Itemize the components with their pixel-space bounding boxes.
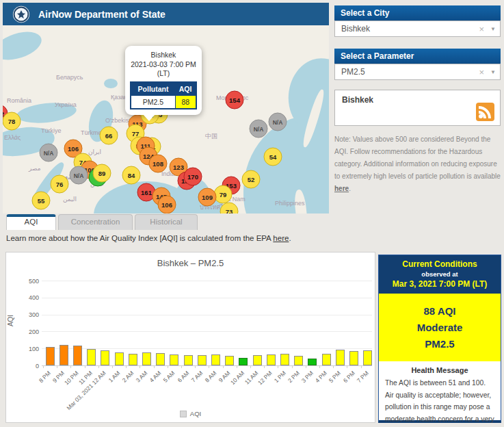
x-tick-label: 11 AM xyxy=(243,370,259,386)
aqi-bar xyxy=(142,352,151,365)
tab-bar: AQIConcentrationHistorical xyxy=(6,214,198,230)
popup-tail xyxy=(143,114,155,121)
aqi-bar xyxy=(59,345,68,365)
aqi-map-marker[interactable]: 170 xyxy=(184,168,202,186)
aqi-value: 88 AQI xyxy=(379,303,501,320)
gridline xyxy=(42,331,372,332)
x-tick-label: 10 PM xyxy=(63,370,79,386)
observed-datetime: Mar 3, 2021 7:00 PM (LT) xyxy=(382,279,498,289)
aqi-map-marker[interactable]: N/A xyxy=(40,144,58,162)
popup-col-aqi: AQI xyxy=(175,82,196,96)
health-message-section: Health Message The AQI is between 51 and… xyxy=(379,361,501,427)
aqi-bar xyxy=(336,350,345,365)
gridline xyxy=(42,365,372,366)
popup-col-pollutant: Pollutant xyxy=(131,82,175,96)
epa-here-link[interactable]: here xyxy=(273,234,289,242)
x-tick-label: 4 AM xyxy=(148,370,163,384)
aqi-map-marker[interactable]: N/A xyxy=(250,120,268,138)
aqi-map-marker[interactable]: N/A xyxy=(269,113,287,131)
x-tick xyxy=(85,365,85,368)
aqi-map-marker[interactable]: 106 xyxy=(158,196,176,214)
y-tick-label: 100 xyxy=(12,346,39,352)
tab-aqi[interactable]: AQI xyxy=(6,214,56,230)
chevron-down-icon[interactable]: ▼ xyxy=(489,26,496,32)
clear-city-icon[interactable]: × xyxy=(474,24,489,34)
y-tick-label: 500 xyxy=(12,278,39,285)
chart-title: Bishkek – PM2.5 xyxy=(6,258,375,268)
map-place-label: اليمن xyxy=(63,196,77,203)
aqi-bar xyxy=(156,353,165,365)
aqi-map-marker[interactable]: 84 xyxy=(122,166,141,185)
rss-icon[interactable] xyxy=(476,103,494,121)
aqi-bar xyxy=(198,355,207,365)
aqi-bar xyxy=(349,351,358,365)
x-tick-label: 8 AM xyxy=(204,370,218,384)
aqi-map-marker[interactable]: 54 xyxy=(264,148,282,166)
aqi-map-marker[interactable]: 52 xyxy=(242,170,261,189)
gridline xyxy=(42,315,372,315)
aqi-chart: Bishkek – PM2.5 AQI 01002003004005008 PM… xyxy=(5,252,375,423)
parameter-select-value: PM2.5 xyxy=(341,67,474,77)
chart-legend[interactable]: AQI xyxy=(6,410,375,417)
y-tick-label: 200 xyxy=(12,328,39,335)
x-tick xyxy=(195,365,196,368)
map[interactable]: БеларусьУкраїнаRomâniaΕλλάςTürkiyeҚазақс… xyxy=(3,25,329,214)
tab-concentration[interactable]: Concentration xyxy=(58,214,133,230)
x-tick xyxy=(361,365,362,368)
popup-datetime: 2021-03-03 7:00 PM xyxy=(130,60,197,70)
x-tick xyxy=(250,365,251,368)
x-tick-label: 5 PM xyxy=(328,370,342,384)
conditions-header: Current Conditions observed at Mar 3, 20… xyxy=(379,255,501,294)
aqi-map-marker[interactable]: 154 xyxy=(226,91,244,109)
conditions-title: Current Conditions xyxy=(382,259,498,269)
aqi-bar xyxy=(239,358,248,365)
aqi-map-marker[interactable]: 76 xyxy=(51,175,69,194)
popup-city: Bishkek xyxy=(130,51,197,60)
map-place-label: Türkiye xyxy=(41,127,62,134)
rss-city-label: Bishkek xyxy=(342,95,493,105)
map-place-label: 中国 xyxy=(205,132,217,141)
learn-more-text: Learn more about how the Air Quality Ind… xyxy=(6,234,291,242)
aqi-map-marker[interactable]: 78 xyxy=(3,112,21,131)
aqi-map-marker[interactable]: 66 xyxy=(100,127,118,145)
clear-parameter-icon[interactable]: × xyxy=(474,67,489,77)
x-tick xyxy=(306,365,306,368)
legend-swatch xyxy=(180,411,187,417)
map-place-label: Беларусь xyxy=(56,74,83,81)
chevron-down-icon[interactable]: ▼ xyxy=(489,69,496,75)
aqi-map-marker[interactable]: 55 xyxy=(32,192,51,210)
learn-more-pre: Learn more about how the Air Quality Ind… xyxy=(6,234,273,242)
tab-historical[interactable]: Historical xyxy=(135,214,198,230)
aqi-map-marker[interactable]: N/A xyxy=(70,166,88,185)
x-tick xyxy=(98,365,99,368)
city-select[interactable]: Bishkek × ▼ xyxy=(334,21,501,37)
rss-feed-box: Bishkek xyxy=(334,90,501,126)
map-popup: Bishkek 2021-03-03 7:00 PM (LT) Pollutan… xyxy=(125,46,202,115)
x-tick xyxy=(181,365,182,368)
map-place-label: ايران xyxy=(88,148,101,155)
aqi-map-marker[interactable]: 73 xyxy=(220,203,239,214)
aqi-bar xyxy=(87,349,96,365)
aqi-map-marker[interactable]: 79 xyxy=(214,185,233,204)
parameter-select[interactable]: PM2.5 × ▼ xyxy=(334,64,501,80)
map-place-label: Україна xyxy=(55,101,77,108)
x-tick-label: 1 PM xyxy=(272,370,287,384)
aqi-bar xyxy=(115,352,124,365)
note-here-link[interactable]: here xyxy=(334,185,349,192)
aqi-map-marker[interactable]: 89 xyxy=(93,164,111,183)
map-place-label: Philippines xyxy=(275,200,305,207)
aqi-note: Note: Values above 500 are considered Be… xyxy=(334,133,501,195)
aqi-map-marker[interactable]: 109 xyxy=(198,188,217,207)
x-tick xyxy=(154,365,155,368)
x-tick-label: 2 PM xyxy=(287,370,301,384)
aqi-bar xyxy=(322,354,331,365)
city-select-header: Select a City xyxy=(334,5,501,21)
x-tick-label: 5 AM xyxy=(162,370,176,384)
aqi-bar xyxy=(253,355,262,365)
x-tick xyxy=(347,365,347,368)
health-message-text: The AQI is between 51 and 100. Air quali… xyxy=(385,377,494,427)
x-tick xyxy=(70,365,71,368)
aqi-map-marker[interactable]: 108 xyxy=(149,155,168,173)
x-tick-label: 6 AM xyxy=(176,370,190,384)
aqi-bar xyxy=(46,347,55,365)
